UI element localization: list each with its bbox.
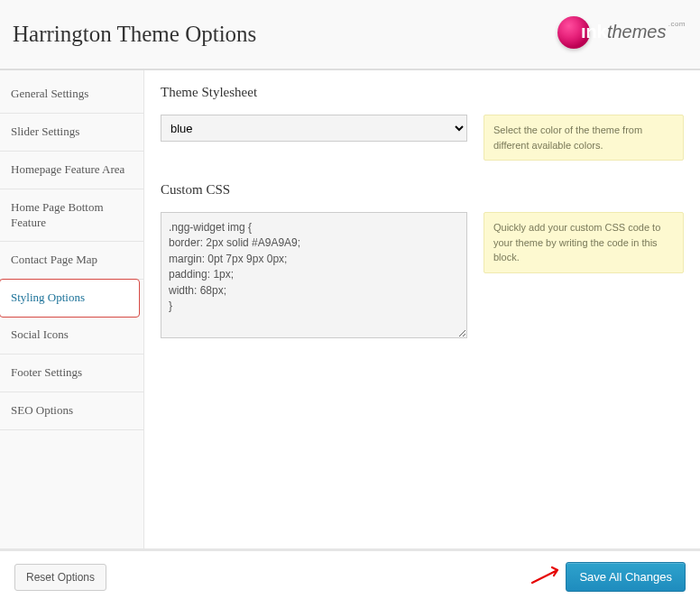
theme-stylesheet-select[interactable]: blue bbox=[161, 115, 467, 142]
logo-themes: themes bbox=[607, 22, 667, 41]
brand-logo: ınkthemes .com bbox=[557, 16, 684, 52]
sidebar: General Settings Slider Settings Homepag… bbox=[0, 70, 144, 548]
header: Harrington Theme Options ınkthemes .com bbox=[0, 0, 700, 70]
sidebar-item-seo-options[interactable]: SEO Options bbox=[0, 392, 143, 430]
custom-css-control bbox=[161, 212, 467, 342]
custom-css-help: Quickly add your custom CSS code to your… bbox=[484, 212, 684, 273]
sidebar-item-label: Contact Page Map bbox=[11, 253, 97, 266]
sidebar-item-label: Slider Settings bbox=[11, 124, 79, 138]
sidebar-item-social-icons[interactable]: Social Icons bbox=[0, 317, 143, 355]
page-title: Harrington Theme Options bbox=[13, 22, 256, 47]
sidebar-item-contact-page-map[interactable]: Contact Page Map bbox=[0, 242, 143, 280]
sidebar-item-home-page-bottom-feature[interactable]: Home Page Bottom Feature bbox=[0, 189, 143, 243]
theme-stylesheet-label: Theme Stylesheet bbox=[161, 85, 684, 100]
sidebar-item-label: SEO Options bbox=[11, 403, 73, 417]
custom-css-label: Custom CSS bbox=[161, 182, 684, 198]
main: General Settings Slider Settings Homepag… bbox=[0, 70, 700, 548]
custom-css-row: Quickly add your custom CSS code to your… bbox=[161, 212, 684, 342]
sidebar-item-homepage-feature-area[interactable]: Homepage Feature Area bbox=[0, 152, 143, 189]
sidebar-item-label: Styling Options bbox=[11, 290, 85, 304]
sidebar-item-styling-options[interactable]: Styling Options bbox=[0, 279, 140, 318]
theme-stylesheet-row: blue Select the color of the theme from … bbox=[161, 115, 684, 161]
save-all-changes-button[interactable]: Save All Changes bbox=[566, 562, 686, 592]
footer: Reset Options Save All Changes bbox=[0, 548, 700, 603]
sidebar-item-label: Social Icons bbox=[11, 327, 69, 341]
logo-com: .com bbox=[668, 20, 686, 28]
sidebar-item-slider-settings[interactable]: Slider Settings bbox=[0, 114, 143, 152]
sidebar-item-label: Footer Settings bbox=[11, 365, 82, 379]
logo-text: ınkthemes bbox=[581, 22, 667, 42]
theme-stylesheet-help: Select the color of the theme from diffe… bbox=[484, 115, 684, 161]
content-panel: Theme Stylesheet blue Select the color o… bbox=[144, 70, 700, 548]
reset-options-button[interactable]: Reset Options bbox=[14, 564, 106, 591]
sidebar-item-footer-settings[interactable]: Footer Settings bbox=[0, 355, 143, 392]
theme-stylesheet-control: blue bbox=[161, 115, 467, 142]
sidebar-item-label: Homepage Feature Area bbox=[11, 162, 124, 176]
sidebar-item-label: General Settings bbox=[11, 87, 88, 100]
logo-ink: ınk bbox=[581, 22, 607, 41]
sidebar-item-general-settings[interactable]: General Settings bbox=[0, 76, 143, 114]
custom-css-textarea[interactable] bbox=[161, 212, 467, 338]
sidebar-item-label: Home Page Bottom Feature bbox=[11, 200, 104, 229]
arrow-icon bbox=[530, 565, 566, 590]
